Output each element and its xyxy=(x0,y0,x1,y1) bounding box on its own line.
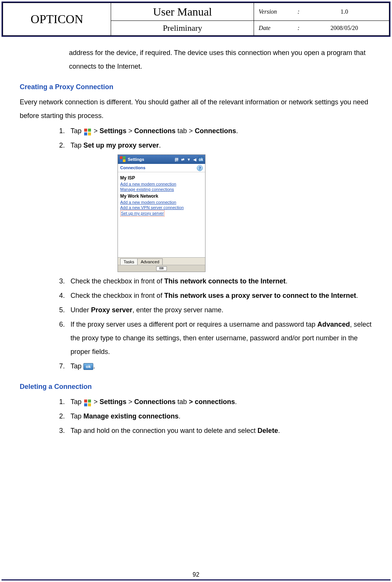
svg-rect-6 xyxy=(120,159,122,162)
ss-window-title: Settings xyxy=(128,157,174,162)
s2-step3-text-c: . xyxy=(278,427,280,434)
s2-step3: Tap and hold on the connection you want … xyxy=(67,424,372,437)
svg-rect-5 xyxy=(123,156,125,159)
s2-step1: Tap > Settings > Connections tab > conne… xyxy=(67,395,372,409)
date-cell: Date : 2008/05/20 xyxy=(254,21,389,36)
s1-step1-settings: Settings xyxy=(100,127,127,135)
s1-step3: Check the checkbox in front of This netw… xyxy=(67,274,372,288)
ss-status-icons: 拼 ⇄ ▼ ◀ ok xyxy=(174,157,204,162)
s2-step2: Tap Manage existing connections. xyxy=(67,409,372,423)
s2-step2-bold: Manage existing connections xyxy=(83,412,179,420)
ss-network-icon[interactable]: ⇄ xyxy=(180,157,185,162)
s1-step4: Check the checkbox in front of This netw… xyxy=(67,289,372,302)
svg-rect-10 xyxy=(84,403,87,406)
s1-step2: Tap Set up my proxy server. Settings 拼 ⇄… xyxy=(67,138,372,272)
s1-step6-bold: Advanced xyxy=(317,321,350,328)
ss-signal-icon[interactable]: ▼ xyxy=(186,157,191,162)
s2-step1-text-f: tab xyxy=(176,398,189,406)
ss-keyboard-icon[interactable]: ⌨ xyxy=(156,266,167,271)
section-heading-proxy: Creating a Proxy Connection xyxy=(20,80,372,94)
s2-step2-text-a: Tap xyxy=(71,412,83,420)
ss-chinese-icon[interactable]: 拼 xyxy=(174,157,179,162)
s2-step3-text-a: Tap and hold on the connection you want … xyxy=(71,427,257,434)
svg-rect-11 xyxy=(88,403,91,406)
section-heading-delete: Deleting a Connection xyxy=(20,380,372,393)
section1-steps: Tap > Settings > Connections tab > Conne… xyxy=(52,124,372,373)
ss-group-mywork: My Work Network xyxy=(120,193,203,200)
ss-tabs: Tasks Advanced xyxy=(118,257,205,265)
svg-rect-4 xyxy=(120,156,122,159)
s2-step1-settings: Settings xyxy=(100,398,127,406)
s1-step7: Tap ok. xyxy=(67,359,372,373)
svg-rect-9 xyxy=(88,400,91,403)
s2-step1-connections: > connections xyxy=(189,398,235,406)
ss-volume-icon[interactable]: ◀ xyxy=(192,157,198,162)
title-main-cell: User Manual xyxy=(111,3,254,21)
s1-step5-bold: Proxy server xyxy=(91,306,132,314)
s1-step7-text-c: . xyxy=(93,362,95,370)
page-header-border: OPTICON User Manual Version : 1.0 Prelim… xyxy=(2,2,390,37)
s1-step1-connections: Connections xyxy=(195,127,236,135)
version-cell: Version : 1.0 xyxy=(254,3,389,21)
ss-tab-advanced[interactable]: Advanced xyxy=(137,258,163,265)
s1-step4-bold: This network uses a proxy server to conn… xyxy=(164,292,356,299)
s1-step6: If the proxy server uses a different por… xyxy=(67,318,372,359)
windows-start-icon-2 xyxy=(83,398,92,406)
page-content: address for the device, if required. The… xyxy=(0,38,392,453)
ss-link-manage[interactable]: Manage existing connections xyxy=(120,187,174,192)
version-label: Version xyxy=(259,8,293,15)
ss-link-add-modem-2[interactable]: Add a new modem connection xyxy=(120,200,176,204)
page-footer-border xyxy=(2,579,390,580)
s1-step5-text-a: Under xyxy=(71,306,91,314)
s2-step1-connections-tab: Connections xyxy=(134,398,176,406)
s1-step5-text-c: , enter the proxy server name. xyxy=(132,306,223,314)
svg-rect-2 xyxy=(84,132,87,135)
s1-step7-text-a: Tap xyxy=(71,362,83,370)
s1-step1-text-h: . xyxy=(236,127,238,135)
s1-step4-text-a: Check the checkbox in front of xyxy=(71,292,164,299)
s2-step1-text-b: > xyxy=(92,398,100,406)
ss-tab-tasks[interactable]: Tasks xyxy=(120,258,138,265)
s2-step2-text-c: . xyxy=(179,412,180,420)
date-value: 2008/05/20 xyxy=(304,25,384,31)
s1-step1-text-d: > xyxy=(127,127,135,135)
s1-step3-text-a: Check the checkbox in front of xyxy=(71,277,164,285)
svg-rect-1 xyxy=(88,129,91,132)
s1-step2-text-a: Tap xyxy=(71,142,83,149)
ss-link-proxy-selected[interactable]: Set up my proxy server xyxy=(120,210,165,216)
s1-step4-text-c: . xyxy=(356,292,358,299)
ss-help-button[interactable]: ? xyxy=(197,165,203,171)
ss-ok-button[interactable]: ok xyxy=(198,157,204,162)
ss-subtitle: Connections xyxy=(120,165,146,170)
intro-paragraph: address for the device, if required. The… xyxy=(69,46,372,73)
ss-link-add-modem-1[interactable]: Add a new modem connection xyxy=(120,182,176,186)
s1-step3-bold: This network connects to the Internet xyxy=(164,277,285,285)
s2-step1-text-h: . xyxy=(235,398,237,406)
manual-title: User Manual xyxy=(153,5,212,18)
section1-intro: Every network connection is different. Y… xyxy=(20,95,372,123)
ss-group-myisp: My ISP xyxy=(120,175,203,181)
s1-step5: Under Proxy server, enter the proxy serv… xyxy=(67,303,372,317)
header-table: OPTICON User Manual Version : 1.0 Prelim… xyxy=(3,3,389,36)
svg-rect-3 xyxy=(88,132,91,135)
s1-step6-text-a: If the proxy server uses a different por… xyxy=(71,321,317,328)
ss-body: My ISP Add a new modem connection Manage… xyxy=(118,172,205,218)
version-value: 1.0 xyxy=(304,8,384,15)
s1-step1-text-b: > xyxy=(92,127,100,135)
date-colon: : xyxy=(293,25,304,31)
s1-step2-proxy: Set up my proxy server xyxy=(83,142,159,149)
ss-bottombar: ⌨ xyxy=(118,265,205,272)
ok-icon: ok xyxy=(83,363,93,370)
manual-subtitle: Preliminary xyxy=(161,22,204,34)
s1-step2-text-c: . xyxy=(159,142,161,149)
s1-step1-connections-tab: Connections xyxy=(134,127,176,135)
title-sub-cell: Preliminary xyxy=(111,21,254,36)
version-colon: : xyxy=(293,8,304,15)
ss-link-add-vpn[interactable]: Add a new VPN server connection xyxy=(120,205,184,210)
s2-step1-text-a: Tap xyxy=(71,398,83,406)
s1-step1-text-a: Tap xyxy=(71,127,83,135)
s1-step1: Tap > Settings > Connections tab > Conne… xyxy=(67,124,372,138)
ss-start-icon[interactable] xyxy=(119,156,126,163)
svg-rect-0 xyxy=(84,129,87,132)
s2-step3-bold: Delete xyxy=(257,427,278,434)
